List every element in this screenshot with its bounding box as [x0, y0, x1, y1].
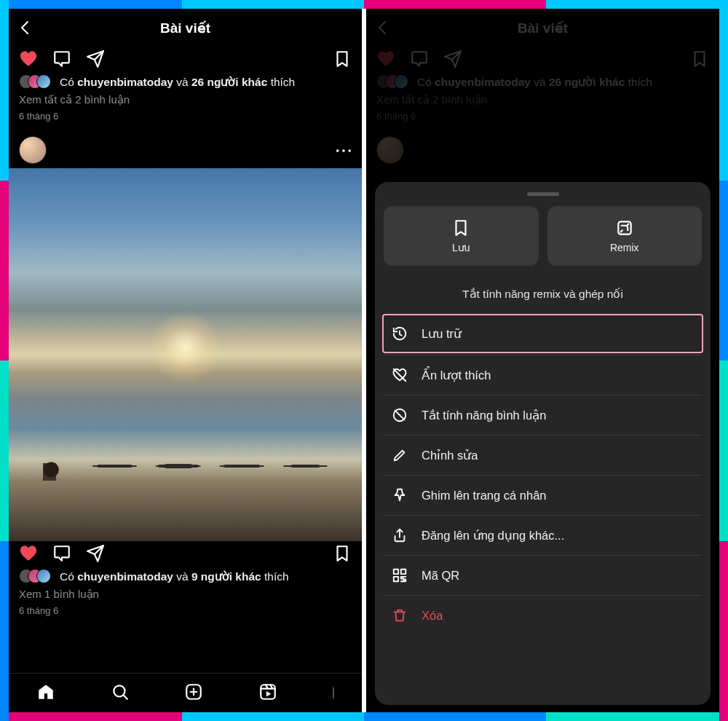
like-avatars — [19, 74, 54, 90]
plus-square-icon — [184, 682, 203, 701]
post-actions — [9, 541, 362, 564]
frame-border-left — [0, 0, 9, 721]
view-comments-link[interactable]: Xem tất cả 2 bình luận — [9, 90, 362, 106]
like-button[interactable] — [19, 544, 38, 563]
likes-text: Có chuyenbimatoday và 26 người khác thíc… — [60, 76, 295, 89]
tab-search[interactable] — [111, 682, 130, 704]
sheet-save-label: Lưu — [452, 242, 470, 253]
comment-icon — [52, 50, 71, 68]
comment-icon — [52, 544, 71, 563]
post-header — [9, 132, 362, 168]
svg-rect-7 — [261, 685, 276, 699]
bookmark-icon — [333, 50, 352, 68]
pin-icon — [392, 487, 408, 503]
likes-row[interactable]: Có chuyenbimatoday và 9 người khác thích — [9, 564, 362, 585]
tab-home[interactable] — [36, 682, 55, 704]
send-icon — [86, 50, 105, 68]
post-image[interactable] — [9, 168, 362, 541]
svg-point-0 — [336, 149, 339, 152]
likes-row[interactable]: Có chuyenbimatoday và 26 người khác thíc… — [9, 70, 362, 90]
phone-right: Bài viết Có chuyenbimatoday và 26 người … — [366, 9, 719, 712]
share-external-icon — [392, 527, 408, 543]
sheet-remix-label: Remix — [610, 242, 639, 253]
reels-icon — [258, 682, 277, 701]
menu-item-delete[interactable]: Xóa — [384, 595, 702, 635]
comment-button[interactable] — [52, 50, 71, 68]
view-comments-link[interactable]: Xem 1 bình luận — [9, 585, 362, 601]
svg-rect-11 — [401, 570, 405, 574]
action-sheet: Lưu Remix Tắt tính năng remix và ghép nố… — [375, 182, 711, 705]
bookmark-button[interactable] — [333, 50, 352, 68]
chevron-left-icon — [17, 19, 34, 36]
menu-item-label: Đăng lên ứng dụng khác... — [422, 529, 564, 543]
tab-reels[interactable] — [258, 682, 277, 704]
phone-left: Bài viết Có chuyenbimatoday và 26 ng — [9, 9, 362, 712]
home-icon — [36, 682, 55, 701]
like-avatars — [19, 569, 54, 585]
menu-item-turn-off-comments[interactable]: Tắt tính năng bình luận — [384, 395, 702, 435]
menu-item-pin-profile[interactable]: Ghim lên trang cá nhân — [384, 475, 702, 515]
avatar-icon — [333, 686, 334, 700]
sheet-section-title[interactable]: Tắt tính năng remix và ghép nối — [384, 276, 702, 315]
menu-item-label: Ghim lên trang cá nhân — [422, 489, 547, 503]
post-avatar[interactable] — [19, 136, 47, 164]
more-icon — [336, 148, 352, 154]
post-actions — [9, 47, 362, 70]
menu-item-label: Tắt tính năng bình luận — [422, 409, 546, 422]
menu-item-label: Mã QR — [422, 569, 459, 583]
search-icon — [111, 682, 130, 701]
menu-item-hide-likes[interactable]: Ẩn lượt thích — [384, 355, 702, 395]
post-date: 6 tháng 6 — [9, 106, 362, 132]
svg-point-1 — [342, 149, 345, 152]
likes-text: Có chuyenbimatoday và 9 người khác thích — [60, 570, 289, 583]
svg-rect-10 — [394, 570, 398, 574]
menu-item-label: Lưu trữ — [422, 327, 462, 341]
sheet-grabber[interactable] — [527, 192, 559, 196]
post-menu-button[interactable] — [336, 143, 352, 157]
trash-icon — [392, 607, 408, 623]
menu-item-label: Ẩn lượt thích — [422, 369, 491, 382]
send-icon — [86, 544, 105, 563]
menu-item-post-other-apps[interactable]: Đăng lên ứng dụng khác... — [384, 515, 702, 555]
menu-item-label: Chỉnh sửa — [422, 449, 478, 462]
frame-border-bottom — [0, 712, 728, 721]
menu-item-edit[interactable]: Chỉnh sửa — [384, 435, 702, 475]
bookmark-icon — [451, 218, 470, 237]
bookmark-button[interactable] — [333, 544, 352, 563]
svg-rect-12 — [394, 577, 398, 581]
archive-icon — [392, 326, 408, 342]
share-button[interactable] — [86, 544, 105, 563]
heart-filled-icon — [19, 49, 38, 69]
sheet-save-button[interactable]: Lưu — [384, 206, 539, 266]
tab-profile[interactable] — [333, 687, 334, 700]
frame-border-right — [719, 0, 728, 721]
bookmark-icon — [333, 544, 352, 563]
post-date: 6 tháng 6 — [9, 601, 362, 626]
heart-off-icon — [392, 367, 408, 383]
remix-icon — [615, 218, 634, 237]
back-button[interactable] — [15, 17, 36, 39]
menu-item-archive[interactable]: Lưu trữ — [382, 314, 703, 353]
menu-item-label: Xóa — [422, 609, 443, 623]
tab-create[interactable] — [184, 682, 203, 704]
frame-border-top — [0, 0, 728, 9]
header-title: Bài viết — [9, 20, 362, 36]
svg-point-2 — [348, 149, 351, 152]
bottom-tab-bar — [9, 673, 362, 712]
like-button[interactable] — [19, 50, 38, 68]
stage: Bài viết Có chuyenbimatoday và 26 ng — [9, 9, 719, 712]
heart-filled-icon — [19, 543, 38, 564]
header: Bài viết — [9, 9, 362, 47]
sheet-remix-button[interactable]: Remix — [547, 206, 703, 266]
share-button[interactable] — [86, 50, 105, 68]
menu-item-qr-code[interactable]: Mã QR — [384, 555, 702, 595]
qr-icon — [392, 567, 408, 583]
pencil-icon — [392, 447, 408, 463]
comment-off-icon — [392, 407, 408, 423]
sheet-menu: Lưu trữ Ẩn lượt thích Tắt tính năng bình… — [384, 315, 702, 635]
comment-button[interactable] — [52, 544, 71, 563]
